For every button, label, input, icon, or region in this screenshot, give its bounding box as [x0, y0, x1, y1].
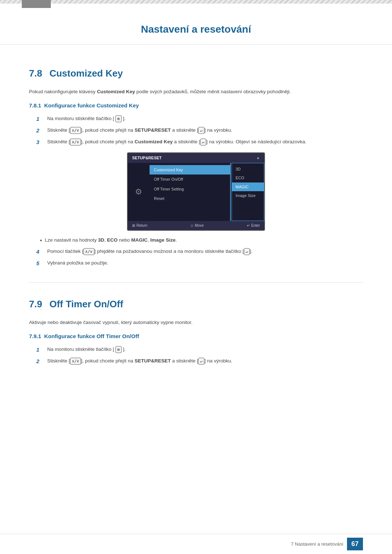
footer-return: ⊞ Return [132, 223, 147, 228]
move-label: Move [195, 223, 204, 228]
monitor-menu: Customized Key Off Timer On/Off Off Time… [150, 163, 230, 221]
step-5-content: Vybraná položka se použije. [47, 259, 363, 267]
step-1: 1 Na monitoru stiskněte tlačítko [ ⊞ ]. [36, 115, 363, 123]
bullet-list-78: • Lze nastavit na hodnoty 3D, ECO nebo M… [40, 237, 363, 245]
section-divider [29, 282, 363, 283]
content-area: 7.8Customized Key Pokud nakonfigurujete … [0, 45, 392, 377]
step-79-1-number: 1 [36, 345, 45, 354]
steps-list-78: 1 Na monitoru stiskněte tlačítko [ ⊞ ]. … [36, 115, 363, 147]
step-79-2-number: 2 [36, 357, 45, 366]
step-3-number: 3 [36, 138, 45, 147]
menu-item-customized-key: Customized Key [150, 165, 230, 175]
enter-label: Enter [251, 223, 260, 228]
bullet-item-1: • Lze nastavit na hodnoty 3D, ECO nebo M… [40, 237, 363, 245]
footer-chapter-text: 7 Nastavení a resetování [291, 541, 343, 548]
enter-key-icon-3: ↵ [200, 139, 207, 146]
subsection-781-title: Konfigurace funkce Customized Key [44, 102, 139, 108]
monitor-title-text: SETUP&RESET [132, 156, 162, 160]
setup-reset-bold-79: SETUP&RESET [135, 358, 171, 364]
step-1-number: 1 [36, 115, 45, 123]
submenu-3d: 3D [232, 165, 264, 174]
nav-key-icon-79-2: ∧/∨ [70, 358, 81, 365]
nav-key-icon-3: ∧/∨ [70, 139, 81, 146]
monitor-submenu: 3D ECO MAGIC Image Size [232, 163, 264, 221]
subsection-791-heading: 7.9.1 Konfigurace funkce Off Timer On/Of… [29, 332, 363, 341]
section-78-title: Customized Key [49, 68, 123, 79]
section-78-number: 7.8 [29, 68, 42, 79]
section-78-heading: 7.8Customized Key [29, 66, 363, 81]
step-4-content: Pomocí tlačítek [∧/∨] přejděte na požado… [47, 247, 363, 255]
intro-bold: Customized Key [97, 89, 135, 94]
subsection-781-heading: 7.8.1 Konfigurace funkce Customized Key [29, 102, 363, 110]
steps-list-79: 1 Na monitoru stiskněte tlačítko [ ⊞ ]. … [36, 345, 363, 366]
step-3: 3 Stiskněte [∧/∨], pokud chcete přejít n… [36, 138, 363, 147]
val-eco: ECO [107, 237, 118, 243]
submenu-magic: MAGIC [232, 182, 264, 192]
intro-text-pre: Pokud nakonfigurujete klávesy [29, 89, 97, 94]
intro-text-end: podle svých požadavků, můžete měnit nast… [135, 89, 291, 94]
menu-item-off-timer-onoff: Off Timer On/Off [150, 175, 230, 184]
customized-key-bold: Customized Key [135, 139, 173, 144]
val-image-size: Image Size [150, 237, 176, 243]
step-5: 5 Vybraná položka se použije. [36, 259, 363, 268]
setup-reset-bold-2: SETUP&RESET [135, 127, 171, 133]
step-79-1: 1 Na monitoru stiskněte tlačítko [ ⊞ ]. [36, 345, 363, 354]
return-label: Return [136, 223, 147, 228]
footer-page-number: 67 [347, 538, 363, 550]
return-key-icon: ⊞ [132, 223, 135, 228]
bullet-text: Lze nastavit na hodnoty 3D, ECO nebo MAG… [45, 237, 177, 244]
step-5-number: 5 [36, 259, 45, 268]
val-3d: 3D [98, 237, 104, 243]
subsection-791-number: 7.9.1 [29, 333, 41, 339]
step-79-1-content: Na monitoru stiskněte tlačítko [ ⊞ ]. [47, 345, 363, 353]
step-4: 4 Pomocí tlačítek [∧/∨] přejděte na poža… [36, 247, 363, 256]
move-icon: ◇ [191, 223, 193, 228]
enter-key-icon-4: ↵ [244, 248, 250, 255]
section-79-intro: Aktivuje nebo deaktivuje časovač vypnutí… [29, 319, 363, 327]
monitor-body: ⚙ Customized Key Off Timer On/Off Off Ti… [128, 163, 264, 221]
step-2-content: Stiskněte [∧/∨], pokud chcete přejít na … [47, 126, 363, 134]
step-1-content: Na monitoru stiskněte tlačítko [ ⊞ ]. [47, 115, 363, 123]
bullet-dot: • [40, 237, 42, 245]
footer-move: ◇ Move [191, 223, 204, 228]
step-79-2-content: Stiskněte [∧/∨], pokud chcete přejít na … [47, 357, 363, 365]
subsection-781-number: 7.8.1 [29, 102, 41, 108]
section-78-intro: Pokud nakonfigurujete klávesy Customized… [29, 88, 363, 96]
menu-item-reset: Reset [150, 194, 230, 204]
page-footer: 7 Nastavení a resetování 67 [0, 534, 392, 554]
step-3-content: Stiskněte [∧/∨], pokud chcete přejít na … [47, 138, 363, 146]
val-magic: MAGIC [131, 237, 148, 243]
monitor-titlebar: SETUP&RESET ▲ [128, 153, 264, 163]
submenu-image-size: Image Size [232, 191, 264, 200]
menu-item-off-timer-setting: Off Timer Setting [150, 184, 230, 194]
subsection-791-title: Konfigurace funkce Off Timer On/Off [44, 333, 139, 339]
enter-icon-footer: ↵ [247, 223, 250, 228]
page-header: Nastavení a resetování [0, 0, 392, 45]
nav-key-icon-2: ∧/∨ [70, 127, 81, 134]
step-79-2: 2 Stiskněte [∧/∨], pokud chcete přejít n… [36, 357, 363, 366]
enter-key-icon-79-2: ↵ [198, 358, 204, 365]
monitor-footer: ⊞ Return ◇ Move ↵ Enter [128, 221, 264, 230]
step-4-number: 4 [36, 247, 45, 256]
enter-key-icon-2: ↵ [198, 127, 204, 134]
nav-key-icon-4: ∧/∨ [83, 248, 94, 255]
section-79-number: 7.9 [29, 299, 42, 309]
scroll-indicator: ▲ [256, 155, 260, 160]
section-79-title: Off Timer On/Off [49, 299, 123, 309]
steps-list-78-cont: 4 Pomocí tlačítek [∧/∨] přejděte na poža… [36, 247, 363, 268]
header-stripe [0, 0, 392, 4]
step-2-number: 2 [36, 126, 45, 135]
menu-key-icon: ⊞ [115, 115, 122, 123]
header-tab [22, 0, 51, 8]
menu-separator [230, 163, 231, 221]
footer-enter: ↵ Enter [247, 223, 260, 228]
menu-key-icon-79: ⊞ [115, 346, 122, 353]
section-79-heading: 7.9Off Timer On/Off [29, 297, 363, 311]
gear-icon: ⚙ [135, 186, 142, 198]
step-2: 2 Stiskněte [∧/∨], pokud chcete přejít n… [36, 126, 363, 135]
page-title: Nastavení a resetování [0, 18, 392, 37]
submenu-eco: ECO [232, 173, 264, 182]
monitor-left-panel: ⚙ [128, 163, 150, 221]
monitor-screen: SETUP&RESET ▲ ⚙ Customized Key Off Timer… [127, 152, 265, 231]
